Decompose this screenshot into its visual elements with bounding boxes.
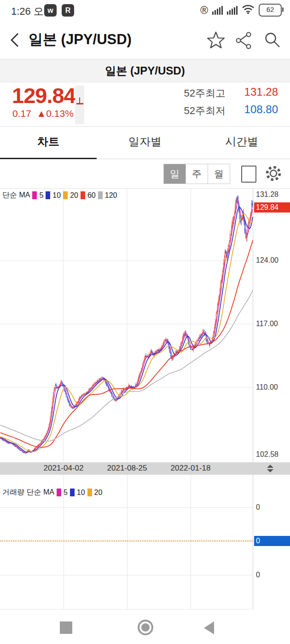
x-axis-date: 2022-01-18 bbox=[158, 464, 223, 473]
quote-panel: 129.84 0.17 ▲0.13% 52주최고 131.28 52주최저 10… bbox=[0, 82, 290, 127]
tab-chart[interactable]: 차트 bbox=[0, 127, 97, 159]
ma120-swatch bbox=[98, 191, 103, 199]
y-axis-label: 110.00 bbox=[256, 383, 289, 391]
price-chart[interactable]: 단순 MA 5 10 20 60 120 131.28 124.00 117.0… bbox=[0, 189, 290, 462]
status-icons: ® 62 bbox=[200, 4, 282, 17]
ma20-swatch bbox=[63, 191, 68, 199]
week52-high-label: 52주최고 bbox=[152, 86, 226, 100]
expand-collapse-arrows-icon[interactable] bbox=[267, 465, 273, 472]
vol-ma20-swatch bbox=[87, 489, 92, 496]
app-screen: 1:26 오후 w R ® 62 bbox=[0, 0, 290, 644]
volume-zero-line bbox=[0, 540, 253, 541]
wifi-icon bbox=[242, 4, 255, 16]
y-axis-label: 102.58 bbox=[256, 450, 289, 459]
volume-pane[interactable]: 거래량 단순 MA 5 10 20 0 0 0 bbox=[0, 475, 290, 610]
status-bar: 1:26 오후 w R ® 62 bbox=[0, 0, 290, 21]
volume-current-badge: 0 bbox=[254, 536, 290, 546]
week52-high-value: 131.28 bbox=[227, 86, 278, 98]
notification-app-icon: w bbox=[44, 4, 57, 17]
price-change: 0.17 ▲0.13% bbox=[12, 108, 74, 119]
registered-mark-icon: ® bbox=[200, 5, 208, 16]
period-month-button[interactable]: 월 bbox=[208, 164, 230, 184]
vol-ma10-swatch bbox=[70, 489, 75, 496]
volume-ma-legend: 거래량 단순 MA 5 10 20 bbox=[2, 488, 102, 497]
share-button[interactable] bbox=[235, 32, 252, 51]
chart-toolbar: 일 주 월 bbox=[0, 159, 290, 189]
back-nav-button[interactable] bbox=[204, 621, 214, 634]
gridline bbox=[0, 575, 253, 575]
cell-signal-icon-1 bbox=[212, 6, 223, 15]
current-price: 129.84 bbox=[12, 83, 75, 108]
volume-axis-label: 0 bbox=[256, 503, 289, 512]
recent-apps-button[interactable] bbox=[60, 621, 72, 634]
favorite-star-button[interactable] bbox=[206, 31, 226, 51]
y-axis-label: 117.00 bbox=[256, 320, 289, 328]
x-axis-date: 2021-08-25 bbox=[95, 464, 159, 473]
current-price-badge: 129.84 bbox=[254, 202, 290, 213]
axis-line bbox=[253, 475, 253, 610]
y-axis-label: 131.28 bbox=[256, 190, 289, 199]
y-axis-label: 124.00 bbox=[256, 256, 289, 264]
volume-axis-label: 0 bbox=[256, 571, 289, 579]
battery-icon: 62 bbox=[259, 4, 282, 17]
week52-low-value: 108.80 bbox=[227, 103, 278, 116]
instrument-subtitle: 일본 (JPY/USD) bbox=[0, 59, 290, 82]
page-title: 일본 (JPY/USD) bbox=[29, 30, 132, 49]
android-nav-bar bbox=[0, 610, 290, 644]
gridline bbox=[127, 475, 128, 610]
gridline bbox=[191, 475, 191, 610]
x-axis-date-bar: 2021-04-02 2021-08-25 2022-01-18 bbox=[0, 462, 290, 475]
tab-daily[interactable]: 일자별 bbox=[97, 127, 193, 159]
period-segmented-control: 일 주 월 bbox=[163, 164, 230, 184]
cell-signal-icon-2 bbox=[227, 6, 238, 15]
tab-bar: 차트 일자별 시간별 bbox=[0, 127, 290, 159]
candlestick-plot bbox=[0, 189, 290, 462]
range-indicator-marker-bar bbox=[76, 103, 83, 104]
x-axis-date: 2021-04-02 bbox=[31, 464, 96, 473]
gridline bbox=[0, 507, 253, 508]
period-week-button[interactable]: 주 bbox=[186, 164, 208, 184]
back-button[interactable] bbox=[8, 32, 22, 50]
ma60-swatch bbox=[81, 191, 85, 199]
app-header: 일본 (JPY/USD) bbox=[0, 21, 290, 59]
ma5-swatch bbox=[32, 191, 37, 199]
range-indicator-track bbox=[75, 86, 84, 124]
period-day-button[interactable]: 일 bbox=[164, 164, 186, 184]
ma10-swatch bbox=[46, 191, 50, 199]
vol-ma5-swatch bbox=[57, 489, 61, 496]
search-button[interactable] bbox=[263, 31, 281, 51]
chart-settings-gear-button[interactable] bbox=[264, 164, 283, 184]
tab-hourly[interactable]: 시간별 bbox=[193, 127, 290, 159]
ma-legend: 단순 MA 5 10 20 60 120 bbox=[2, 190, 117, 200]
week52-low-label: 52주최저 bbox=[152, 104, 226, 118]
notification-app-icon-r: R bbox=[62, 4, 74, 17]
fullscreen-toggle-button[interactable] bbox=[241, 166, 256, 183]
home-button[interactable] bbox=[138, 620, 153, 635]
